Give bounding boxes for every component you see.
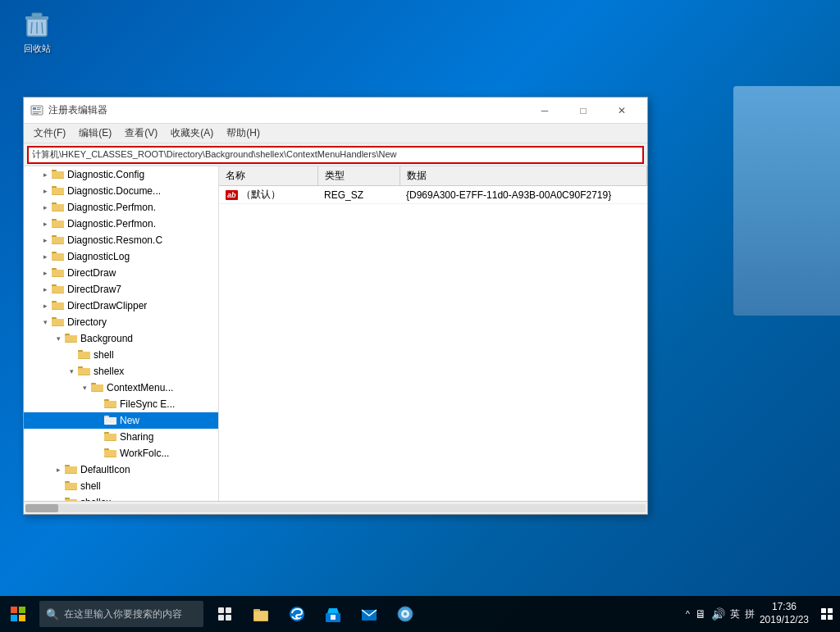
tree-item-diagnostic-resmon[interactable]: ▸ Diagnostic.Resmon.C [24,232,218,248]
tree-item-label: Directory [67,316,107,328]
language-indicator[interactable]: 英 [730,607,740,621]
cell-type: REG_SZ [317,186,399,204]
tree-item-shell[interactable]: shell [24,347,218,363]
svg-rect-79 [218,607,224,613]
folder-icon [52,168,65,182]
store-button[interactable] [315,596,351,632]
scrollbar-thumb[interactable] [25,504,58,512]
maximize-button[interactable]: □ [564,98,602,123]
folder-icon [52,217,65,231]
svg-rect-29 [52,253,64,260]
svg-rect-62 [104,434,116,440]
tray-chevron[interactable]: ^ [686,609,690,619]
recycle-bin-icon[interactable]: 回收站 [12,8,62,55]
folder-icon [52,299,65,313]
expand-arrow: ▸ [52,463,65,476]
menu-file[interactable]: 文件(F) [27,125,72,142]
tree-item-label: DirectDrawClipper [67,300,147,311]
mail-button[interactable] [351,596,387,632]
tree-item-contextmenu[interactable]: ▾ ContextMenu... [24,380,218,396]
folder-icon [78,365,91,379]
notification-button[interactable] [814,596,840,632]
tree-item-shell2[interactable]: shell [24,478,218,494]
tree-item-background[interactable]: ▾ Background [24,330,218,347]
tree-item-diagnosticlog[interactable]: ▸ DiagnosticLog [24,248,218,265]
tree-item-directdrawclipper[interactable]: ▸ DirectDrawClipper [24,298,218,314]
svg-rect-76 [19,607,25,613]
ime-indicator[interactable]: 拼 [745,607,755,621]
tree-item-diagnostic-document[interactable]: ▸ Diagnostic.Docume... [24,183,218,199]
expand-arrow: ▸ [39,168,52,181]
cortana-button[interactable] [387,596,423,632]
tree-item-directory[interactable]: ▾ Directory [24,314,218,330]
folder-icon [104,398,117,411]
tree-item-label: DiagnosticLog [67,251,130,262]
default-label: （默认） [241,189,281,200]
tree-item-label: WorkFolc... [120,448,169,459]
network-icon[interactable]: 🖥 [695,607,706,621]
expand-arrow [65,348,78,361]
minimize-button[interactable]: ─ [526,98,564,123]
folder-icon [78,348,91,362]
svg-rect-2 [32,13,42,17]
expand-arrow: ▾ [65,365,78,378]
svg-rect-77 [11,615,17,621]
taskbar-search[interactable]: 🔍 在这里输入你要搜索的内容 [39,601,203,627]
address-bar [24,143,647,166]
tree-item-label: Diagnostic.Perfmon. [67,202,156,213]
svg-rect-53 [91,384,103,391]
start-button[interactable] [0,596,36,632]
tree-item-filesync[interactable]: FileSync E... [24,396,218,412]
svg-rect-93 [821,608,826,613]
svg-rect-32 [52,270,64,276]
menu-favorites[interactable]: 收藏夹(A) [164,125,220,142]
svg-rect-47 [78,352,90,358]
expand-arrow: ▾ [78,381,91,394]
file-explorer-button[interactable] [243,596,279,632]
tree-item-shellex[interactable]: ▾ shellex [24,363,218,380]
edge-button[interactable] [279,596,315,632]
system-tray: ^ 🖥 🔊 英 拼 [686,607,755,621]
expand-arrow [91,447,104,460]
tree-item-diagnostic-perfmon[interactable]: ▸ Diagnostic.Perfmon. [24,199,218,216]
tree-item-directdraw7[interactable]: ▸ DirectDraw7 [24,281,218,298]
table-row[interactable]: ab（默认）REG_SZ{D969A300-E7FF-11d0-A93B-00A… [219,186,647,204]
volume-icon[interactable]: 🔊 [711,607,725,621]
tree-item-sharing[interactable]: Sharing [24,429,218,445]
expand-arrow: ▾ [39,316,52,329]
folder-icon [65,332,78,346]
col-header-data: 数据 [399,166,647,186]
tree-item-new[interactable]: New [24,412,218,429]
tree-item-defaulticon[interactable]: ▸ DefaultIcon [24,461,218,478]
svg-rect-88 [331,615,336,620]
folder-icon [91,381,104,395]
folder-icon [104,447,117,461]
svg-rect-75 [11,607,17,613]
address-input[interactable] [27,146,644,164]
tree-item-directdraw[interactable]: ▸ DirectDraw [24,265,218,281]
svg-rect-20 [52,204,64,211]
tree-item-shellex2[interactable]: ▸ shellex [24,494,218,501]
tree-item-label: ContextMenu... [107,382,173,393]
menu-edit[interactable]: 编辑(E) [72,125,118,142]
tree-item-label: Diagnostic.Config [67,169,144,180]
tree-item-diagnostic-config[interactable]: ▸ Diagnostic.Config [24,166,218,183]
folder-icon [52,316,65,330]
close-button[interactable]: ✕ [603,98,641,123]
expand-arrow [91,414,104,427]
clock[interactable]: 17:36 2019/12/23 [755,599,814,628]
expand-arrow: ▾ [52,332,65,345]
folder-icon [65,480,78,493]
menu-view[interactable]: 查看(V) [118,125,164,142]
tree-item-label: New [120,415,139,426]
tree-item-diagnostic-perfmon2[interactable]: ▸ Diagnostic.Perfmon. [24,216,218,232]
task-view-button[interactable] [207,596,243,632]
tree-item-workfold[interactable]: WorkFolc... [24,445,218,461]
menu-help[interactable]: 帮助(H) [220,125,267,142]
expand-arrow: ▸ [39,266,52,280]
horizontal-scrollbar[interactable] [25,504,646,512]
svg-rect-82 [226,615,231,621]
folder-icon [104,414,117,428]
expand-arrow [91,430,104,443]
svg-rect-23 [52,221,64,227]
